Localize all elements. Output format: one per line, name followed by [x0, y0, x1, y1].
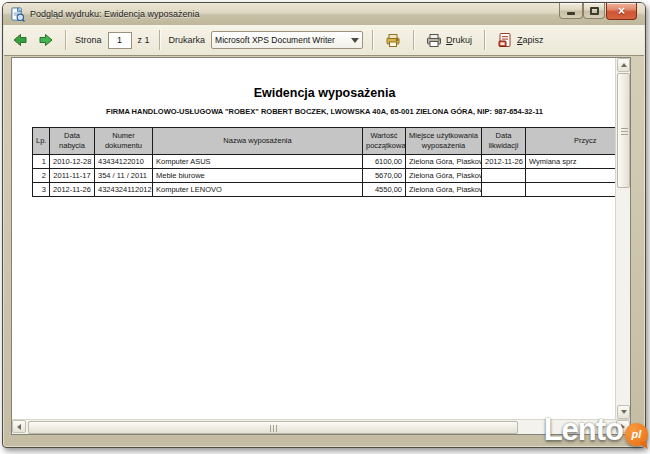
printer-icon — [426, 32, 442, 48]
table-cell: 2010-12-28 — [50, 155, 95, 169]
table-header-cell: Data nabycia — [50, 128, 95, 155]
table-header-cell: Miejsce użytkowania wyposażenia — [406, 128, 482, 155]
save-document-icon — [497, 32, 513, 48]
horizontal-scrollbar-thumb[interactable] — [28, 421, 518, 434]
maximize-icon — [590, 7, 599, 15]
page-number-input[interactable] — [108, 32, 132, 49]
document-title: Ewidencja wyposażenia — [32, 86, 615, 100]
table-header-cell: Przycz — [526, 128, 616, 155]
table-cell — [526, 183, 616, 197]
triangle-left-icon — [17, 424, 21, 430]
preview-panel: Ewidencja wyposażenia FIRMA HANDLOWO-USŁ… — [11, 57, 631, 435]
close-icon: × — [618, 5, 625, 17]
table-cell: 2 — [33, 169, 50, 183]
table-cell: 4550,00 — [363, 183, 406, 197]
window-title: Podgląd wydruku: Ewidencja wyposażenia — [30, 9, 200, 19]
maximize-button[interactable] — [583, 3, 605, 19]
next-page-button[interactable] — [36, 32, 56, 48]
toolbar-separator — [65, 30, 66, 50]
table-header-cell: Data likwidacji — [482, 128, 526, 155]
table-cell: 5670,00 — [363, 169, 406, 183]
printer-settings-icon — [385, 32, 401, 48]
print-button-label: Drukuj — [446, 35, 472, 45]
table-cell: Komputer LENOVO — [153, 183, 363, 197]
arrow-right-icon — [38, 32, 54, 48]
previous-page-button[interactable] — [10, 32, 30, 48]
chevron-down-icon — [351, 38, 359, 43]
print-button[interactable]: Drukuj — [423, 30, 475, 50]
table-cell — [482, 169, 526, 183]
table-cell: Komputer ASUS — [153, 155, 363, 169]
table-cell: Zielona Góra, Piaskowa 1 — [406, 183, 482, 197]
lento-bubble-icon: pl — [625, 423, 648, 446]
table-cell: Zielona Góra, Piaskowa 1 — [406, 155, 482, 169]
printer-label: Drukarka — [169, 35, 206, 45]
table-cell: Wymiana sprz — [526, 155, 616, 169]
triangle-up-icon — [621, 63, 627, 67]
page-label: Strona — [75, 35, 102, 45]
table-cell: 4324324112012 — [95, 183, 153, 197]
vertical-scrollbar-thumb[interactable] — [617, 73, 630, 188]
document-subtitle: FIRMA HANDLOWO-USŁUGOWA "ROBEX" ROBERT B… — [32, 107, 615, 116]
document-header: Ewidencja wyposażenia FIRMA HANDLOWO-USŁ… — [32, 86, 615, 116]
table-cell: Zielona Góra, Piaskowa 1 — [406, 169, 482, 183]
table-row: 32012-11-264324324112012Komputer LENOVO4… — [33, 183, 616, 197]
print-preview-window: Podgląd wydruku: Ewidencja wyposażenia ×… — [2, 2, 646, 448]
lento-brand-text: Lento — [544, 412, 623, 448]
scroll-left-button[interactable] — [12, 420, 26, 433]
table-cell: 354 / 11 / 2011 — [95, 169, 153, 183]
table-cell — [482, 183, 526, 197]
printer-setup-button[interactable] — [382, 30, 404, 50]
vertical-scrollbar[interactable] — [615, 58, 630, 419]
table-row: 22011-11-17354 / 11 / 2011Meble biurowe5… — [33, 169, 616, 183]
close-button[interactable]: × — [606, 3, 637, 20]
table-header-cell: Wartość początkowa — [363, 128, 406, 155]
table-header-cell: Nazwa wyposażenia — [153, 128, 363, 155]
table-cell: 6100,00 — [363, 155, 406, 169]
toolbar-separator — [413, 30, 414, 50]
scrollbar-grip — [273, 425, 274, 432]
table-cell: 3 — [33, 183, 50, 197]
equipment-table-container: Lp.Data nabyciaNumer dokumentuNazwa wypo… — [32, 127, 615, 267]
scrollbar-grip — [621, 131, 628, 132]
table-header-row: Lp.Data nabyciaNumer dokumentuNazwa wypo… — [33, 128, 616, 155]
table-header-cell: Numer dokumentu — [95, 128, 153, 155]
toolbar-separator — [484, 30, 485, 50]
save-button-label: Zapisz — [517, 35, 544, 45]
print-preview-icon — [10, 7, 25, 22]
table-row: 12010-12-2843434122010Komputer ASUS6100,… — [33, 155, 616, 169]
minimize-icon — [567, 12, 575, 15]
toolbar: Strona z 1 Drukarka Microsoft XPS Docume… — [4, 25, 644, 56]
table-cell — [526, 169, 616, 183]
titlebar[interactable]: Podgląd wydruku: Ewidencja wyposażenia — [3, 3, 645, 25]
page-of-label: z 1 — [138, 35, 150, 45]
table-cell: Meble biurowe — [153, 169, 363, 183]
toolbar-separator — [372, 30, 373, 50]
horizontal-scrollbar[interactable] — [12, 419, 630, 434]
equipment-table: Lp.Data nabyciaNumer dokumentuNazwa wypo… — [32, 127, 615, 197]
lento-tld-text: pl — [632, 428, 642, 440]
scroll-up-button[interactable] — [617, 58, 630, 72]
lento-watermark: Lento pl — [544, 408, 648, 452]
table-cell: 2012-11-26 — [50, 183, 95, 197]
minimize-button[interactable] — [559, 3, 583, 19]
table-header-cell: Lp. — [33, 128, 50, 155]
arrow-left-icon — [12, 32, 28, 48]
printer-dropdown[interactable]: Microsoft XPS Document Writer — [211, 31, 363, 49]
table-cell: 43434122010 — [95, 155, 153, 169]
table-cell: 2012-11-26 — [482, 155, 526, 169]
printer-dropdown-value: Microsoft XPS Document Writer — [215, 35, 348, 45]
document-page: Ewidencja wyposażenia FIRMA HANDLOWO-USŁ… — [12, 58, 615, 419]
toolbar-separator — [159, 30, 160, 50]
save-button[interactable]: Zapisz — [494, 30, 547, 50]
table-cell: 2011-11-17 — [50, 169, 95, 183]
table-cell: 1 — [33, 155, 50, 169]
